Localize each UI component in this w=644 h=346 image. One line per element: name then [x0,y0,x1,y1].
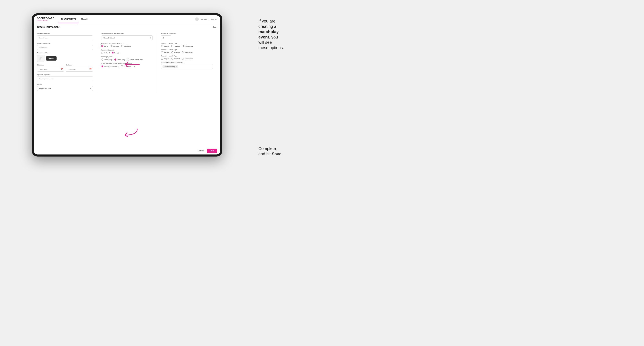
round1-radio-group: Singles Fourball Foursomes [161,45,213,47]
rounds-3-radio[interactable] [112,52,114,54]
tab-teams[interactable]: TEAMS [78,15,90,23]
back-link[interactable]: Back [212,25,217,28]
form-footer: Cancel Save [34,147,220,155]
gender-womens: Womens [110,45,119,47]
end-date-input[interactable] [66,67,93,72]
api-select-wrapper[interactable]: Leaderboard King × [161,64,213,69]
rounds-label: Number of rounds [101,49,153,51]
r2-fourball-radio[interactable] [171,51,173,53]
logo-placeholder: 🖼 [37,55,44,62]
annotation-matchplay-text: If you arecreating amatchplayevent, youw… [258,18,316,50]
rounds-4-label: 4 [120,52,120,54]
rounds-1-label: 1 [104,52,105,54]
start-date-group: Start date [37,64,64,72]
pipe-separator: | [209,18,210,20]
rounds-1-radio[interactable] [101,52,103,54]
r3-fourball-label: Fourball [174,58,180,60]
end-date-group: End date [66,64,93,72]
upload-button[interactable]: Upload [46,56,56,61]
right-column: Maximum Team Size Round 1 - Match Type S… [157,33,217,93]
tournament-name-group: Tournament name [37,42,93,50]
user-name: Test User [200,18,207,20]
teams-teams-label: Teams (+Individuals) [104,65,119,67]
r2-singles: Singles [161,51,169,53]
nav-tabs: TOURNAMENTS TEAMS [58,15,195,23]
gender-radio-group: Mens Womens Combined [101,45,153,47]
sign-out-link[interactable]: Sign out [211,18,217,20]
start-date-input[interactable] [37,67,64,72]
page-header: Create Tournament Back [37,25,217,28]
r2-foursomes-radio[interactable] [182,51,184,53]
r1-foursomes-radio[interactable] [182,45,184,47]
scoring-stroke: Stroke Play [101,58,112,61]
round3-match-type-group: Round 3 - Match Type Singles Fourball [161,55,213,60]
save-button[interactable]: Save [207,149,217,153]
scoring-match-radio[interactable] [114,58,116,61]
r3-foursomes-label: Foursomes [184,58,192,60]
division-group: Which division is the event for? NCAA Di… [101,33,153,40]
rounds-radio-group: 1 2 3 [101,52,153,54]
logo-upload-area: 🖼 Upload [37,55,93,62]
sponsor-input[interactable] [37,76,93,81]
r1-fourball: Fourball [171,45,180,47]
rounds-4-radio[interactable] [117,52,119,54]
max-team-size-label: Maximum Team Size [161,33,213,35]
date-row: Start date End date [37,64,93,72]
brand: SCOREBOARD Powered by clippi [37,17,54,21]
tournament-host-group: Tournament Host [37,33,93,40]
navbar: SCOREBOARD Powered by clippi TOURNAMENTS… [34,15,220,23]
gender-combined-radio[interactable] [121,45,123,47]
r2-foursomes-label: Foursomes [184,52,192,53]
r2-singles-radio[interactable] [161,51,163,53]
round1-match-type-group: Round 1 - Match Type Singles Fourball [161,42,213,47]
left-column: Tournament Host Tournament name Tourname… [37,33,97,93]
scoring-stroke-radio[interactable] [101,58,103,61]
header-divider [37,31,217,31]
page-title: Create Tournament [37,25,60,28]
api-label: Use third-party live scoring API? [161,61,213,63]
brand-title: SCOREBOARD [37,17,54,19]
gender-mens-radio[interactable] [101,45,103,47]
tournament-logo-group: Tournament logo 🖼 Upload [37,52,93,62]
division-select[interactable]: NCAA Division I [101,35,153,40]
gender-mens-label: Mens [104,45,108,47]
r1-singles-radio[interactable] [161,45,163,47]
r1-fourball-label: Fourball [174,45,180,47]
api-remove-icon[interactable]: × [176,66,177,67]
r3-singles: Singles [161,58,169,60]
venue-select[interactable]: Search golf club [37,86,93,91]
gender-combined-label: Combined [124,45,131,47]
teams-teams-radio[interactable] [101,65,103,67]
rounds-2-radio[interactable] [106,52,108,54]
max-team-size-input[interactable] [161,35,171,40]
scoring-stroke-label: Stroke Play [104,59,112,61]
api-tag: Leaderboard King × [162,65,178,68]
tournament-name-input[interactable] [37,45,93,50]
tournament-logo-label: Tournament logo [37,52,93,54]
round2-match-type-group: Round 2 - Match Type Singles Fourball [161,49,213,53]
arrow-save [121,127,139,137]
scoring-label: Scoring system [101,56,153,58]
max-team-size-group: Maximum Team Size [161,33,213,40]
cancel-button[interactable]: Cancel [196,149,205,153]
round2-radio-group: Singles Fourball Foursomes [161,51,213,53]
end-date-label: End date [66,64,93,66]
gender-womens-radio[interactable] [110,45,112,47]
annotation-save: Completeand hit Save. [258,146,316,157]
end-date-wrapper [66,67,93,72]
navbar-right: Test User | Sign out [195,17,217,21]
r1-fourball-radio[interactable] [171,45,173,47]
round2-label: Round 2 - Match Type [161,49,213,50]
r3-fourball: Fourball [171,58,180,60]
r3-fourball-radio[interactable] [171,58,173,60]
sponsor-label: Sponsor (optional) [37,74,93,75]
r3-singles-radio[interactable] [161,58,163,60]
rounds-2-label: 2 [109,52,110,54]
r3-foursomes-radio[interactable] [182,58,184,60]
tournament-host-input[interactable] [37,35,93,40]
gender-womens-label: Womens [112,45,119,47]
gender-label: Which gender is the event for? [101,42,153,44]
dates-group: Start date End date [37,64,93,72]
round-1: 1 [101,52,105,54]
tab-tournaments[interactable]: TOURNAMENTS [58,15,78,23]
